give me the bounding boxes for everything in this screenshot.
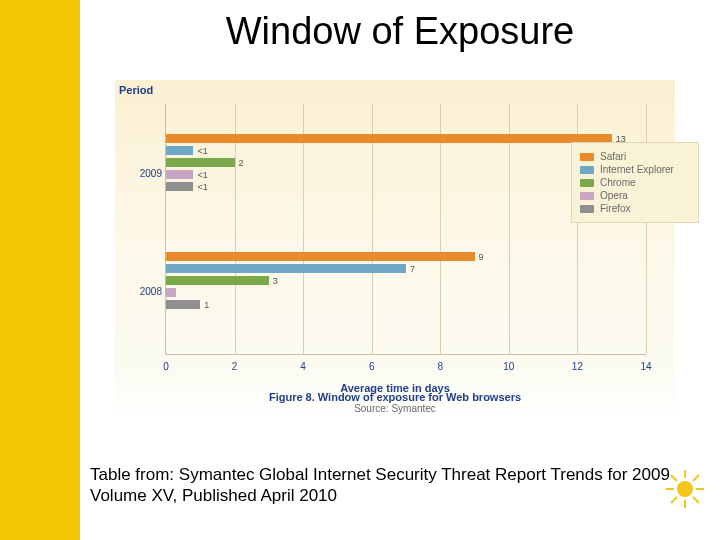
bar-2009-chrome: 2: [166, 158, 235, 167]
legend-item: Chrome: [580, 177, 690, 188]
bar-2008-opera: [166, 288, 176, 297]
chart-figure: Period 2009 2008 0246810121413<12<1<1973…: [115, 80, 675, 420]
bar-2009-internet-explorer: <1: [166, 146, 193, 155]
slide-title: Window of Exposure: [80, 10, 720, 53]
bar-2008-safari: 9: [166, 252, 475, 261]
x-tick: 12: [562, 361, 592, 372]
citation-line-1: Table from: Symantec Global Internet Sec…: [90, 465, 670, 484]
legend-item: Internet Explorer: [580, 164, 690, 175]
bar-2008-firefox: 1: [166, 300, 200, 309]
chart-legend: SafariInternet ExplorerChromeOperaFirefo…: [571, 142, 699, 223]
bar-2008-chrome: 3: [166, 276, 269, 285]
group-label-2009: 2009: [130, 168, 162, 179]
legend-label: Opera: [600, 190, 628, 201]
legend-swatch: [580, 179, 594, 187]
bar-2009-opera: <1: [166, 170, 193, 179]
sun-logo-icon: [664, 468, 706, 510]
legend-label: Firefox: [600, 203, 631, 214]
bar-value-label: <1: [197, 146, 207, 156]
legend-label: Safari: [600, 151, 626, 162]
legend-label: Internet Explorer: [600, 164, 674, 175]
svg-line-6: [693, 497, 699, 503]
bar-2008-internet-explorer: 7: [166, 264, 406, 273]
bar-value-label: 1: [204, 300, 209, 310]
legend-swatch: [580, 166, 594, 174]
svg-point-0: [677, 481, 693, 497]
figure-caption-title: Figure 8. Window of exposure for Web bro…: [269, 391, 521, 403]
citation-text: Table from: Symantec Global Internet Sec…: [90, 464, 700, 507]
x-tick: 14: [631, 361, 661, 372]
x-tick: 0: [151, 361, 181, 372]
x-tick: 6: [357, 361, 387, 372]
x-tick: 2: [220, 361, 250, 372]
bar-2009-firefox: <1: [166, 182, 193, 191]
svg-line-7: [693, 475, 699, 481]
legend-swatch: [580, 192, 594, 200]
legend-item: Safari: [580, 151, 690, 162]
y-axis-title: Period: [119, 84, 153, 96]
bar-value-label: <1: [197, 182, 207, 192]
bar-value-label: 7: [410, 264, 415, 274]
legend-item: Firefox: [580, 203, 690, 214]
bar-value-label: <1: [197, 170, 207, 180]
svg-line-5: [671, 475, 677, 481]
slide: Window of Exposure Period 2009 2008 0246…: [0, 0, 720, 540]
bar-value-label: 3: [273, 276, 278, 286]
bar-value-label: 2: [239, 158, 244, 168]
x-tick: 8: [425, 361, 455, 372]
bar-value-label: 9: [479, 252, 484, 262]
svg-line-8: [671, 497, 677, 503]
x-tick: 4: [288, 361, 318, 372]
legend-item: Opera: [580, 190, 690, 201]
legend-label: Chrome: [600, 177, 636, 188]
citation-line-2: Volume XV, Published April 2010: [90, 486, 337, 505]
bar-2009-safari: 13: [166, 134, 612, 143]
legend-swatch: [580, 205, 594, 213]
accent-band: [0, 0, 80, 540]
figure-caption: Figure 8. Window of exposure for Web bro…: [115, 391, 675, 414]
figure-caption-source: Source: Symantec: [115, 403, 675, 414]
x-tick: 10: [494, 361, 524, 372]
group-label-2008: 2008: [130, 286, 162, 297]
legend-swatch: [580, 153, 594, 161]
